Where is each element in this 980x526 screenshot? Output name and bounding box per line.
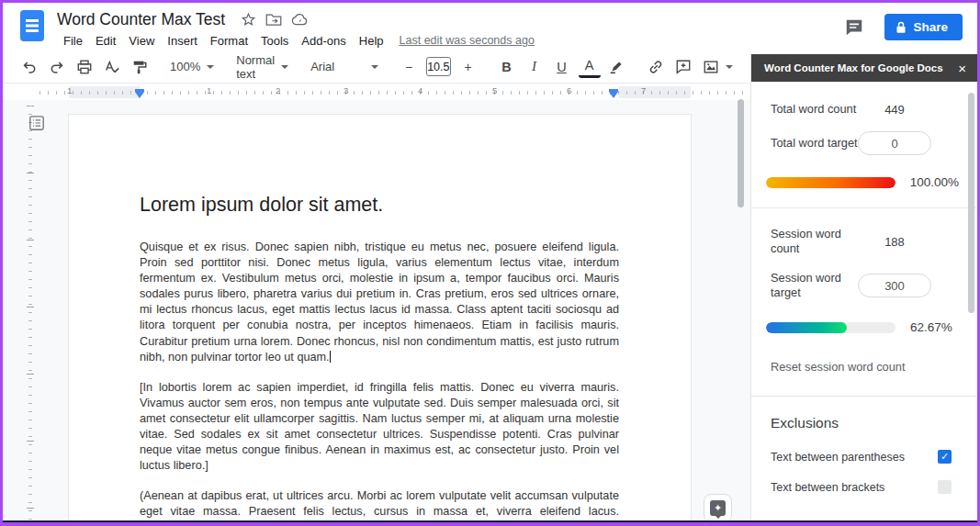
outline-icon bbox=[28, 115, 45, 131]
share-button-label: Share bbox=[913, 20, 948, 34]
document-scrollbar[interactable] bbox=[738, 99, 744, 207]
menu-edit[interactable]: Edit bbox=[89, 32, 122, 50]
chevron-down-icon bbox=[726, 65, 733, 69]
app-window: Word Counter Max Test File Edit View Ins… bbox=[0, 0, 980, 526]
zoom-value: 100% bbox=[170, 60, 200, 73]
text-cursor bbox=[330, 351, 332, 363]
session-word-count-label: Session word count bbox=[771, 227, 858, 256]
session-progress-row: 62.67% bbox=[771, 320, 959, 334]
italic-button[interactable]: I bbox=[524, 56, 546, 78]
topbar: Word Counter Max Test File Edit View Ins… bbox=[3, 3, 977, 50]
document-workarea: 1 1 2 3 4 5 6 7 Lorem ipsum dolor sit am… bbox=[3, 84, 750, 522]
document-page[interactable]: Lorem ipsum dolor sit amet. Quisque et e… bbox=[69, 115, 691, 522]
session-word-count-value: 188 bbox=[858, 235, 931, 249]
paragraph-style-select[interactable]: Normal text bbox=[231, 56, 294, 78]
menu-format[interactable]: Format bbox=[204, 32, 254, 50]
zoom-select[interactable]: 100% bbox=[164, 56, 220, 78]
menu-view[interactable]: View bbox=[122, 32, 161, 50]
text-color-button[interactable]: A bbox=[579, 56, 601, 78]
share-button[interactable]: Share bbox=[884, 14, 963, 40]
session-progress-fill bbox=[766, 322, 847, 333]
chevron-down-icon bbox=[281, 65, 288, 69]
total-word-target-row: Total word target bbox=[771, 131, 959, 155]
paint-format-button[interactable] bbox=[129, 56, 151, 78]
google-docs-logo-icon[interactable] bbox=[20, 10, 44, 41]
cloud-saved-icon[interactable] bbox=[291, 13, 309, 26]
font-size-input[interactable]: 10.5 bbox=[426, 57, 450, 76]
insert-link-button[interactable] bbox=[645, 56, 667, 78]
toolbar: 100% Normal text Arial − 10.5 + B I U A bbox=[3, 50, 750, 84]
exclusion-brackets-checkbox[interactable] bbox=[938, 480, 952, 494]
font-family-value: Arial bbox=[310, 60, 334, 73]
ruler-number: 4 bbox=[418, 85, 422, 95]
exclusion-parentheses-checkbox[interactable]: ✓ bbox=[938, 450, 952, 464]
menu-tools[interactable]: Tools bbox=[254, 32, 295, 50]
spell-check-button[interactable] bbox=[101, 56, 123, 78]
sidebar-header: Word Counter Max for Google Docs × bbox=[751, 54, 977, 82]
last-edit-status[interactable]: Last edit was seconds ago bbox=[400, 34, 535, 47]
undo-button[interactable] bbox=[18, 56, 40, 78]
insert-image-button[interactable] bbox=[697, 56, 738, 78]
decrease-font-size-button[interactable]: − bbox=[398, 56, 420, 78]
sidebar-body: Total word count 449 Total word target 1… bbox=[751, 82, 977, 522]
exclusion-brackets-label: Text between brackets bbox=[771, 481, 938, 494]
explore-button[interactable]: ✦ bbox=[704, 494, 732, 522]
document-title[interactable]: Word Counter Max Test bbox=[57, 10, 225, 29]
total-word-count-row: Total word count 449 bbox=[771, 102, 959, 117]
sidebar-divider bbox=[751, 396, 977, 397]
redo-button[interactable] bbox=[46, 56, 68, 78]
paragraph-style-value: Normal text bbox=[236, 53, 275, 81]
show-outline-button[interactable] bbox=[27, 113, 47, 133]
total-word-target-input[interactable] bbox=[858, 131, 931, 155]
ruler-number: 1 bbox=[67, 85, 72, 95]
ruler-number: 7 bbox=[641, 85, 646, 95]
session-word-target-input[interactable] bbox=[858, 274, 931, 297]
session-word-target-label: Session word target bbox=[771, 271, 858, 300]
ruler-number: 2 bbox=[276, 85, 280, 95]
total-word-count-label: Total word count bbox=[771, 102, 858, 117]
ruler-ticks bbox=[39, 91, 745, 95]
exclusion-parentheses-label: Text between parentheses bbox=[771, 451, 938, 464]
lock-icon bbox=[896, 21, 907, 34]
right-indent-marker[interactable] bbox=[609, 92, 618, 98]
menu-addons[interactable]: Add-ons bbox=[295, 32, 352, 50]
sidebar-scrollbar[interactable] bbox=[968, 93, 974, 313]
star-icon[interactable] bbox=[241, 12, 256, 28]
explore-star-icon: ✦ bbox=[710, 500, 726, 516]
document-paragraph: Quisque et ex risus. Donec sapien nibh, … bbox=[140, 240, 619, 365]
ruler-number: 6 bbox=[567, 85, 571, 95]
vertical-ruler[interactable] bbox=[14, 100, 38, 522]
total-progress-percent: 100.00% bbox=[910, 175, 959, 189]
word-counter-sidebar: Word Counter Max for Google Docs × Total… bbox=[750, 54, 977, 522]
session-progress-track bbox=[766, 322, 896, 333]
menu-help[interactable]: Help bbox=[353, 32, 390, 50]
document-paragraph[interactable]: (Aenean at dapibus erat, ut ultrices arc… bbox=[140, 488, 619, 522]
underline-button[interactable]: U bbox=[551, 56, 573, 78]
print-button[interactable] bbox=[73, 56, 96, 78]
window-bottom-edge bbox=[3, 520, 977, 522]
reset-session-link[interactable]: Reset session word count bbox=[771, 360, 906, 374]
document-heading[interactable]: Lorem ipsum dolor sit amet. bbox=[140, 194, 619, 217]
paragraph-text[interactable]: Quisque et ex risus. Donec sapien nibh, … bbox=[140, 241, 619, 364]
document-paragraph[interactable]: [In lobortis lorem ac sapien imperdiet, … bbox=[140, 380, 619, 475]
sidebar-close-icon[interactable]: × bbox=[958, 62, 966, 75]
increase-font-size-button[interactable]: + bbox=[457, 56, 479, 78]
bold-button[interactable]: B bbox=[496, 56, 518, 78]
ruler-number: 1 bbox=[207, 85, 211, 95]
font-family-select[interactable]: Arial bbox=[305, 56, 384, 78]
ruler-number: 3 bbox=[344, 85, 348, 95]
highlight-color-button[interactable] bbox=[606, 56, 628, 78]
move-folder-icon[interactable] bbox=[265, 13, 282, 27]
menu-insert[interactable]: Insert bbox=[161, 32, 204, 50]
total-progress-track bbox=[766, 177, 896, 188]
left-indent-marker[interactable] bbox=[135, 92, 144, 98]
session-word-target-row: Session word target bbox=[771, 271, 959, 300]
menu-file[interactable]: File bbox=[57, 32, 89, 50]
comment-history-icon[interactable] bbox=[844, 17, 864, 38]
add-comment-button[interactable] bbox=[672, 56, 694, 78]
total-progress-row: 100.00% bbox=[771, 175, 959, 189]
menu-bar: File Edit View Insert Format Tools Add-o… bbox=[57, 30, 535, 50]
total-progress-fill bbox=[766, 177, 896, 188]
horizontal-ruler[interactable]: 1 1 2 3 4 5 6 7 bbox=[3, 84, 750, 100]
exclusion-parentheses-row: Text between parentheses ✓ bbox=[771, 450, 959, 464]
